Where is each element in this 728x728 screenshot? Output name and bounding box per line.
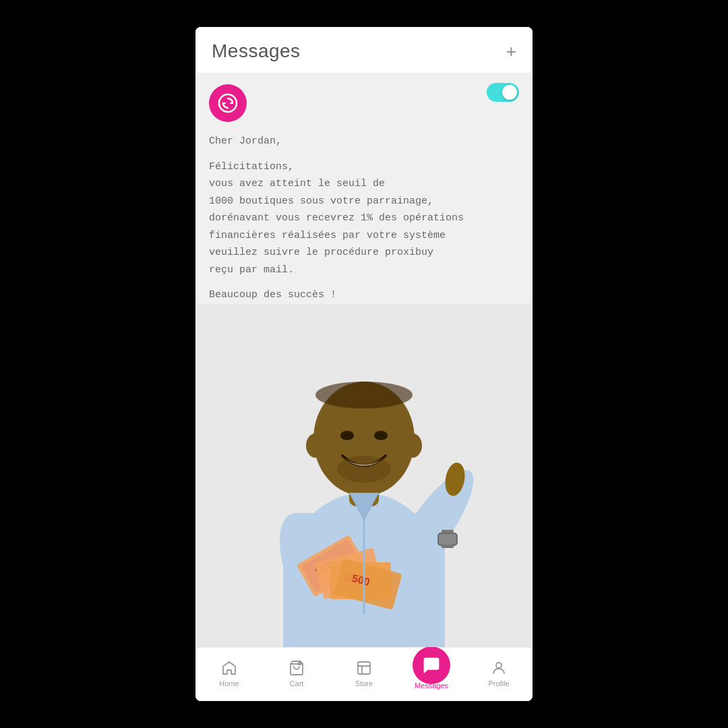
nav-item-home[interactable]: Home <box>195 659 263 688</box>
svg-point-12 <box>374 431 388 440</box>
svg-rect-25 <box>442 530 454 533</box>
svg-point-11 <box>340 431 354 440</box>
bottom-nav: Home 2 Cart <box>195 647 533 701</box>
avatar-svg <box>217 92 239 114</box>
greeting: Cher Jordan, <box>209 133 519 150</box>
toggle-container[interactable] <box>487 83 519 102</box>
nav-label-profile: Profile <box>488 679 509 688</box>
svg-rect-24 <box>438 533 457 545</box>
header: Messages + <box>195 27 533 73</box>
nav-label-store: Store <box>355 679 373 688</box>
svg-point-14 <box>315 382 413 408</box>
svg-point-0 <box>219 94 237 112</box>
avatar-icon <box>209 84 247 122</box>
message-text: Cher Jordan, Félicitations, vous avez at… <box>209 133 519 304</box>
messages-active-bg <box>413 646 450 684</box>
add-button[interactable]: + <box>506 42 516 60</box>
message-area: Cher Jordan, Félicitations, vous avez at… <box>195 73 533 647</box>
nav-label-cart: Cart <box>290 679 304 688</box>
svg-rect-31 <box>358 662 370 674</box>
nav-label-messages: Messages <box>415 681 448 690</box>
svg-point-10 <box>403 433 422 458</box>
page-title: Messages <box>212 40 301 62</box>
svg-point-9 <box>306 433 325 458</box>
nav-item-messages[interactable]: Messages <box>398 657 465 690</box>
toggle-switch[interactable] <box>487 83 519 102</box>
message-card: Cher Jordan, Félicitations, vous avez at… <box>195 73 533 304</box>
home-icon <box>220 659 238 677</box>
svg-point-32 <box>496 663 502 668</box>
person-illustration: 500 500 500 500 <box>229 304 499 648</box>
nav-item-cart[interactable]: 2 Cart <box>263 659 330 688</box>
svg-rect-26 <box>442 545 454 548</box>
svg-point-13 <box>337 456 391 483</box>
profile-icon <box>490 659 508 677</box>
phone-frame: Messages + Cher Jorda <box>195 27 533 701</box>
nav-label-home: Home <box>219 679 239 688</box>
cart-icon: 2 <box>288 659 305 677</box>
closing: Beaucoup des succès ! <box>209 286 519 304</box>
person-image-area: 500 500 500 500 <box>195 304 533 648</box>
nav-item-store[interactable]: Store <box>330 659 398 688</box>
message-body: Félicitations, vous avez atteint le seui… <box>209 158 519 279</box>
store-icon <box>355 659 373 677</box>
nav-item-profile[interactable]: Profile <box>465 659 533 688</box>
